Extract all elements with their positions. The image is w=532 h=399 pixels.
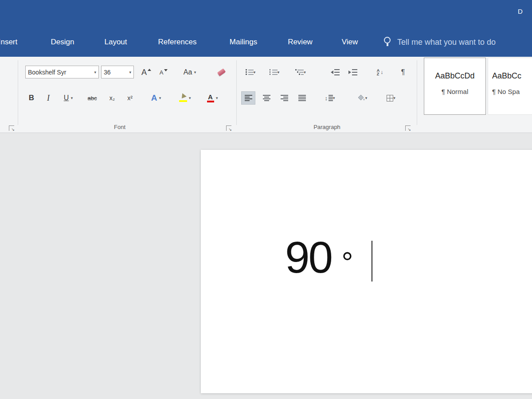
- chevron-down-icon[interactable]: ▾: [189, 96, 191, 100]
- justify-button[interactable]: [295, 90, 309, 106]
- subscript-button[interactable]: x₂: [106, 90, 119, 106]
- sort-button[interactable]: A Z ↓: [372, 66, 388, 79]
- title-bar: D: [0, 0, 532, 27]
- chevron-down-icon[interactable]: ▾: [254, 70, 256, 74]
- underline-icon: U: [64, 94, 69, 102]
- style-normal[interactable]: AaBbCcDd ¶ Normal: [424, 58, 486, 115]
- change-case-button[interactable]: Aa ▾: [179, 66, 200, 79]
- chevron-down-icon[interactable]: ▾: [333, 96, 335, 100]
- borders-grid-icon: [387, 95, 393, 102]
- lightbulb-icon: [384, 37, 391, 43]
- align-center-icon: [263, 95, 270, 101]
- font-color-icon: A: [207, 94, 214, 102]
- multilevel-list-button[interactable]: ▾: [291, 66, 310, 79]
- decrease-indent-button[interactable]: [328, 66, 342, 79]
- align-left-icon: [245, 95, 252, 101]
- document-text: 90: [285, 232, 332, 282]
- bullets-button[interactable]: ▾: [242, 66, 259, 79]
- paint-bucket-icon: [357, 94, 365, 102]
- tab-review[interactable]: Review: [281, 27, 319, 57]
- shrink-font-icon: A: [160, 69, 164, 76]
- chevron-down-icon: ▾: [194, 70, 196, 74]
- numbering-button[interactable]: ▾: [266, 66, 283, 79]
- strikethrough-button[interactable]: abc: [83, 90, 101, 106]
- chevron-down-icon[interactable]: ▾: [94, 70, 96, 74]
- shading-button[interactable]: ▾: [351, 90, 373, 106]
- chevron-down-icon[interactable]: ▾: [216, 96, 218, 100]
- text-effects-icon: A: [151, 93, 157, 103]
- document-text-line: 90°: [285, 235, 353, 279]
- updown-arrow-icon: ↕: [325, 95, 328, 102]
- chevron-down-icon[interactable]: ▾: [278, 70, 280, 74]
- tab-view[interactable]: View: [336, 27, 364, 57]
- clear-formatting-button[interactable]: [212, 66, 231, 79]
- tab-layout[interactable]: Layout: [98, 27, 133, 57]
- tab-insert[interactable]: Insert: [0, 27, 24, 57]
- ribbon-tab-row: Insert Design Layout References Mailings…: [0, 27, 532, 57]
- chevron-down-icon[interactable]: ▾: [71, 96, 73, 100]
- sort-az-icon: A Z: [377, 69, 380, 76]
- text-highlight-button[interactable]: ▾: [174, 90, 196, 106]
- paragraph-dialog-launcher-icon[interactable]: ↘: [405, 125, 411, 131]
- pilcrow-icon: ¶: [401, 68, 405, 76]
- tab-design[interactable]: Design: [44, 27, 81, 57]
- grow-font-button[interactable]: A: [138, 66, 154, 79]
- chevron-down-icon[interactable]: ▾: [159, 96, 161, 100]
- bold-button[interactable]: B: [25, 90, 38, 106]
- eraser-icon: [217, 68, 226, 76]
- document-page[interactable]: 90°: [201, 150, 532, 393]
- tab-references[interactable]: References: [149, 27, 206, 57]
- show-formatting-marks-button[interactable]: ¶: [396, 66, 410, 79]
- superscript-button[interactable]: x²: [123, 90, 137, 106]
- text-effects-button[interactable]: A ▾: [145, 90, 167, 106]
- launcher-arrow-icon: ↘: [11, 128, 15, 132]
- group-separator: [18, 60, 18, 125]
- subscript-icon: x₂: [110, 94, 115, 102]
- align-left-button[interactable]: [241, 91, 255, 105]
- chevron-down-icon[interactable]: ▾: [365, 96, 368, 100]
- caret-up-icon: [148, 69, 151, 71]
- clipboard-dialog-launcher-icon[interactable]: ↘: [9, 125, 14, 131]
- chevron-down-icon[interactable]: ▾: [129, 70, 131, 74]
- strikethrough-icon: abc: [88, 95, 97, 102]
- bullet-list-icon: [246, 69, 254, 75]
- shrink-font-button[interactable]: A: [156, 66, 171, 79]
- account-name-fragment[interactable]: D: [518, 8, 523, 15]
- chevron-down-icon[interactable]: ▾: [393, 96, 395, 100]
- style-name: ¶ Normal: [424, 88, 485, 95]
- increase-indent-icon: [348, 69, 357, 75]
- down-arrow-icon: ↓: [380, 69, 383, 75]
- tell-me-box[interactable]: Tell me what you want to do: [397, 27, 496, 57]
- font-dialog-launcher-icon[interactable]: ↘: [226, 125, 231, 131]
- degree-symbol: °: [341, 246, 353, 279]
- text-cursor: [372, 241, 372, 282]
- decrease-indent-icon: [331, 69, 340, 75]
- font-color-button[interactable]: A ▾: [201, 90, 223, 106]
- increase-indent-button[interactable]: [346, 66, 360, 79]
- font-size-select[interactable]: 36 ▾: [101, 66, 134, 78]
- borders-button[interactable]: ▾: [379, 90, 403, 106]
- launcher-arrow-icon: ↘: [407, 128, 411, 132]
- style-no-spacing[interactable]: AaBbCc ¶ No Spa: [488, 58, 532, 115]
- align-right-button[interactable]: [278, 90, 291, 106]
- highlighter-icon: [179, 94, 187, 102]
- bold-icon: B: [29, 94, 34, 102]
- italic-button[interactable]: I: [43, 90, 54, 106]
- chevron-down-icon[interactable]: ▾: [304, 70, 306, 74]
- align-right-icon: [281, 95, 288, 101]
- align-center-button[interactable]: [260, 90, 273, 106]
- line-spacing-button[interactable]: ↕ ▾: [318, 90, 341, 106]
- style-preview: AaBbCc: [488, 71, 532, 81]
- justify-icon: [298, 95, 306, 101]
- font-name-value: Bookshelf Syr: [28, 69, 66, 76]
- change-case-icon: Aa: [184, 68, 192, 76]
- font-group-label: Font: [27, 124, 213, 130]
- word-window: D Insert Design Layout References Mailin…: [0, 0, 532, 399]
- tab-mailings[interactable]: Mailings: [223, 27, 264, 57]
- underline-button[interactable]: U ▾: [59, 90, 78, 106]
- font-color-letter: A: [208, 94, 213, 100]
- font-name-select[interactable]: Bookshelf Syr ▾: [25, 66, 99, 78]
- ribbon: ter ↘ Bookshelf Syr ▾ 36 ▾ A A Aa ▾ B I: [0, 57, 532, 133]
- grow-font-icon: A: [141, 68, 147, 77]
- font-size-value: 36: [104, 69, 111, 76]
